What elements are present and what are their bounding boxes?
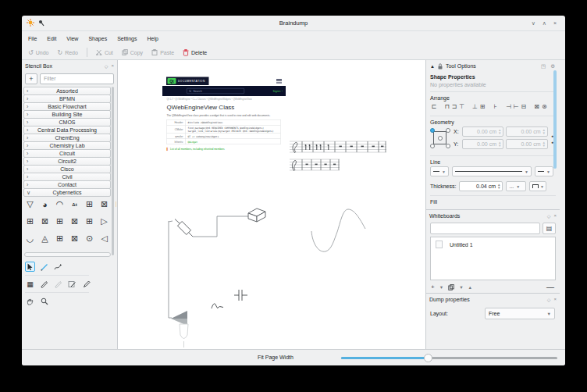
group-icon[interactable]: ⊞ [478, 102, 486, 111]
x-box-4[interactable]: ⊠ [69, 233, 80, 244]
delta-t-box[interactable]: Δt [69, 198, 80, 210]
crossed-box-6[interactable]: ⊞ [54, 233, 66, 244]
arrow-shape[interactable] [171, 311, 187, 326]
distribute-right-icon[interactable]: ⊢ [512, 102, 520, 111]
connector-wire[interactable] [169, 216, 248, 318]
add-stencil-button[interactable]: + [25, 73, 37, 84]
float-docker-icon[interactable]: ◇ [105, 63, 109, 69]
x-box-3[interactable]: ⊠ [69, 216, 80, 227]
stencil-category-expanded[interactable]: ∨ Cybernetics [23, 188, 111, 197]
select-tool[interactable] [25, 262, 35, 272]
freehand-tool[interactable] [53, 279, 63, 289]
align-left-icon[interactable]: ⊏ [430, 102, 438, 111]
zoom-slider-handle[interactable] [424, 354, 432, 362]
height-field[interactable]: 0.00 cm▲▼ [506, 139, 547, 149]
menu-item[interactable]: Edit [47, 36, 56, 41]
docker-settings-icon[interactable]: ⚙ [550, 63, 555, 69]
arc-down[interactable]: ◡ [24, 233, 36, 244]
align-top-icon[interactable]: ⊤ [458, 102, 466, 111]
ungroup-icon[interactable]: ⊛ [540, 102, 548, 111]
grid-tool[interactable]: ▦ [25, 279, 35, 289]
panel-scrollbar[interactable] [553, 70, 557, 169]
box-3d-shape[interactable] [248, 208, 265, 222]
menu-item[interactable]: View [66, 36, 78, 41]
funnel[interactable]: ▽ [24, 198, 36, 210]
line-tool[interactable] [39, 262, 49, 272]
drawing-canvas[interactable]: Qt DOCUMENTATION Search Signin› [118, 60, 425, 349]
distribute-left-icon[interactable]: ⊦ [492, 102, 500, 111]
x-box-2[interactable]: ⊠ [39, 216, 51, 227]
move-down-icon[interactable]: ▼ [459, 285, 463, 290]
lower-icon[interactable]: ⊟ [520, 102, 528, 111]
dash-pattern-combo[interactable]: ...▼ [506, 181, 526, 191]
annotate-tool[interactable] [67, 279, 77, 289]
whiteboard-name-input[interactable] [430, 223, 540, 234]
zoom-tool[interactable] [39, 296, 49, 306]
stencil-vscrollbar[interactable] [112, 87, 114, 255]
cap-style-button[interactable]: ▼ [529, 181, 546, 191]
menu-item[interactable]: File [28, 36, 37, 41]
float-docker-icon[interactable]: ◳ [541, 63, 546, 69]
chevron-down-icon[interactable]: ▼ [439, 285, 443, 290]
triangle-left[interactable]: ◁ [98, 233, 110, 244]
copy-button[interactable]: Copy [122, 49, 143, 55]
y-position-field[interactable]: 0.00 cm▲▼ [462, 139, 503, 149]
whiteboard-list[interactable]: Untitled 1 [430, 237, 556, 280]
align-v-center-icon[interactable]: ⊥ [471, 102, 479, 111]
collapse-icon[interactable]: ▲ [430, 64, 435, 69]
line-start-combo[interactable]: ▼ [430, 166, 449, 176]
paste-button[interactable]: Paste [151, 49, 174, 55]
triangle-right[interactable]: ▷ [98, 216, 110, 227]
whiteboard-view-button[interactable]: ▤ [543, 223, 556, 234]
thickness-field[interactable]: 0.04 cm▲▼ [459, 181, 503, 191]
menu-item[interactable]: Shapes [88, 36, 107, 41]
arc-up[interactable]: ◠ [54, 198, 66, 210]
float-docker-icon[interactable]: ◇ [547, 297, 551, 302]
x-box-1[interactable]: ⊠ [98, 198, 110, 210]
redo-button[interactable]: ↻ Redo [57, 49, 77, 56]
close-docker-icon[interactable]: × [553, 297, 557, 302]
zoom-mode-label[interactable]: Fit Page Width [258, 355, 294, 360]
canvas-shapes[interactable] [118, 60, 425, 349]
pencil-tool[interactable] [39, 279, 49, 289]
flask-shape[interactable] [180, 324, 188, 347]
crossed-box-3[interactable]: ⊞ [24, 216, 36, 227]
align-right-icon[interactable]: ⊐ [450, 102, 458, 111]
align-h-center-icon[interactable]: ⊓ [443, 102, 451, 111]
pie-quarter[interactable]: ◕ [39, 198, 51, 210]
zoom-slider[interactable] [341, 357, 557, 359]
anchor-selector[interactable] [430, 128, 450, 148]
menu-item[interactable]: Help [147, 36, 158, 41]
lock-icon[interactable] [438, 63, 443, 69]
switch-shape[interactable] [212, 304, 223, 308]
pen-tool[interactable] [81, 279, 91, 289]
x-position-field[interactable]: 0.00 cm▲▼ [462, 127, 503, 137]
raise-icon[interactable]: ⊠ [533, 102, 541, 111]
circle-dot[interactable]: ⊙ [84, 233, 95, 244]
sine-wave-shape[interactable] [311, 209, 365, 251]
calligraphy-tool[interactable] [53, 262, 63, 272]
line-end-combo[interactable]: ▼ [535, 166, 553, 176]
cut-button[interactable]: Cut [96, 49, 113, 55]
delete-button[interactable]: Delete [183, 49, 207, 56]
layout-combo[interactable]: Free ▼ [485, 308, 555, 319]
menu-item[interactable]: Settings [117, 36, 137, 41]
move-up-icon[interactable]: ▲ [468, 285, 472, 290]
filter-input[interactable]: Filter [40, 73, 114, 84]
triangle-box[interactable]: ◬ [39, 233, 51, 244]
add-whiteboard-button[interactable]: + [431, 283, 435, 290]
crossed-box-4[interactable]: ⊞ [54, 216, 66, 227]
float-docker-icon[interactable]: ◇ [547, 213, 551, 219]
width-field[interactable]: 0.00 cm▲▼ [506, 127, 547, 137]
distribute-center-icon[interactable]: ⊣ [505, 102, 513, 111]
remove-whiteboard-button[interactable]: — [546, 283, 554, 291]
whiteboard-item[interactable]: Untitled 1 [431, 237, 555, 248]
resistor-shape[interactable] [175, 219, 193, 237]
capacitor-shape[interactable] [234, 290, 247, 301]
crossed-box-1[interactable]: ⊞ [84, 198, 95, 210]
line-style-combo[interactable]: ▼ [452, 166, 532, 176]
duplicate-icon[interactable] [448, 284, 454, 290]
crossed-box-5[interactable]: ⊞ [84, 216, 95, 227]
pan-tool[interactable] [25, 296, 35, 306]
close-docker-icon[interactable]: × [111, 63, 114, 69]
